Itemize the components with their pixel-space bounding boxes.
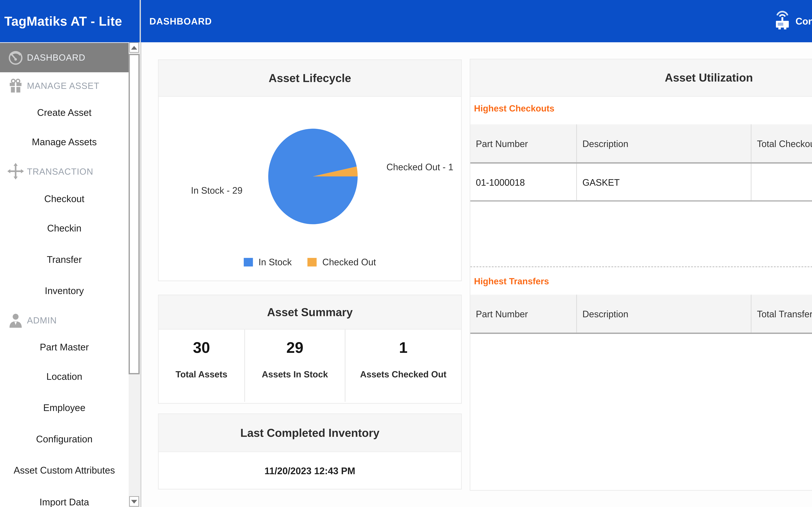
connect-label: Connect	[796, 16, 812, 26]
asset-lifecycle-pie-chart	[267, 127, 359, 225]
legend-item-checked-out[interactable]: Checked Out	[308, 257, 376, 267]
legend-label: Checked Out	[322, 257, 376, 267]
sidebar-item-label: Transfer	[47, 254, 82, 265]
stat-label: Assets Checked Out	[360, 370, 446, 379]
move-arrows-icon	[7, 163, 24, 180]
sidebar-item-location[interactable]: Location	[0, 361, 129, 392]
panel-title: Asset Lifecycle	[159, 60, 461, 97]
scrollbar-thumb[interactable]	[129, 54, 140, 374]
rfid-reader-icon	[774, 10, 791, 33]
last-completed-inventory-panel: Last Completed Inventory 11/20/2023 12:4…	[158, 413, 462, 490]
app-window: TagMatiks AT - Lite DASHBOARD Connect	[0, 0, 812, 507]
section-divider	[470, 267, 812, 267]
sidebar-item-asset-custom-attributes[interactable]: Asset Custom Attributes	[0, 455, 129, 486]
table-header-row: Part Number Description Total Checkout	[470, 124, 812, 164]
sidebar-item-transfer[interactable]: Transfer	[0, 244, 129, 275]
sidebar-item-transaction[interactable]: TRANSACTION	[0, 157, 129, 185]
sidebar-item-label: ADMIN	[27, 315, 57, 325]
sidebar-item-label: Asset Custom Attributes	[14, 465, 115, 476]
sidebar-item-label: Checkout	[44, 193, 84, 204]
summary-stats: 30 Total Assets 29 Assets In Stock 1 Ass…	[159, 330, 461, 402]
legend-label: In Stock	[258, 257, 292, 267]
topbar-divider	[140, 0, 141, 42]
highest-transfers-table: Part Number Description Total Transfer	[470, 295, 812, 334]
cell-total-checkout: 1	[751, 164, 812, 200]
sidebar-nav: DASHBOARD MANAGE ASSET Create Asset	[0, 42, 140, 507]
asset-utilization-panel: Asset Utilization Highest Checkouts Part…	[470, 59, 812, 491]
sidebar-item-label: Checkin	[47, 223, 81, 234]
column-header-description[interactable]: Description	[576, 295, 751, 333]
sidebar-item-employee[interactable]: Employee	[0, 392, 129, 423]
triangle-down-icon	[131, 500, 137, 503]
sidebar-item-label: Import Data	[40, 497, 89, 507]
person-icon	[7, 312, 24, 329]
scroll-down-button[interactable]	[129, 496, 139, 507]
highest-checkouts-table: Part Number Description Total Checkout 0…	[470, 124, 812, 202]
column-header-part-number[interactable]: Part Number	[470, 295, 576, 333]
column-header-description[interactable]: Description	[576, 124, 751, 162]
in-stock-swatch-icon	[244, 258, 253, 266]
sidebar-item-dashboard[interactable]: DASHBOARD	[0, 43, 129, 72]
stat-label: Assets In Stock	[262, 370, 328, 379]
stat-value: 1	[399, 339, 408, 356]
gift-icon	[7, 77, 24, 94]
panel-title: Last Completed Inventory	[159, 414, 461, 452]
sidebar-item-label: DASHBOARD	[27, 53, 85, 62]
sidebar-item-checkin[interactable]: Checkin	[0, 213, 129, 244]
sidebar-item-label: Manage Assets	[32, 136, 97, 147]
panel-title: Asset Summary	[159, 295, 461, 330]
table-row[interactable]: 01-1000018 GASKET 1	[470, 164, 812, 202]
last-inventory-timestamp: 11/20/2023 12:43 PM	[159, 452, 461, 490]
sidebar-scrollbar[interactable]	[129, 42, 140, 507]
table-header-row: Part Number Description Total Transfer	[470, 295, 812, 334]
breadcrumb-page-title: DASHBOARD	[149, 0, 212, 42]
sidebar-item-admin[interactable]: ADMIN	[0, 306, 129, 334]
sidebar-item-label: MANAGE ASSET	[27, 80, 100, 90]
legend-item-in-stock[interactable]: In Stock	[244, 257, 292, 267]
app-logo: TagMatiks AT - Lite	[4, 0, 122, 42]
stat-label: Total Assets	[176, 370, 227, 379]
gauge-icon	[7, 49, 24, 66]
sidebar-item-part-master[interactable]: Part Master	[0, 334, 129, 361]
sidebar-item-checkout[interactable]: Checkout	[0, 185, 129, 213]
column-header-total-checkout[interactable]: Total Checkout	[751, 124, 812, 162]
highest-transfers-heading: Highest Transfers	[474, 276, 549, 286]
connect-button[interactable]: Connect	[774, 0, 812, 42]
pie-label-in-stock: In Stock - 29	[171, 185, 243, 195]
sidebar-item-import-data[interactable]: Import Data	[0, 486, 129, 507]
sidebar-item-create-asset[interactable]: Create Asset	[0, 99, 129, 126]
stat-assets-in-stock: 29 Assets In Stock	[245, 330, 345, 402]
asset-summary-panel: Asset Summary 30 Total Assets 29 Assets …	[158, 295, 462, 404]
checked-out-swatch-icon	[308, 258, 317, 266]
pie-legend: In Stock Checked Out	[159, 257, 461, 267]
stat-assets-checked-out: 1 Assets Checked Out	[346, 330, 461, 402]
stat-value: 30	[193, 339, 210, 356]
column-header-part-number[interactable]: Part Number	[470, 124, 576, 162]
sidebar-item-configuration[interactable]: Configuration	[0, 424, 129, 455]
scroll-up-button[interactable]	[129, 42, 139, 53]
pie-slice-in-stock[interactable]	[268, 129, 358, 224]
triangle-up-icon	[131, 46, 137, 49]
asset-lifecycle-panel: Asset Lifecycle In Stock - 29 Checked Ou…	[158, 59, 462, 281]
sidebar-item-inventory[interactable]: Inventory	[0, 275, 129, 306]
sidebar-item-label: Inventory	[45, 285, 84, 296]
sidebar-item-label: Location	[46, 371, 82, 382]
sidebar-item-label: Employee	[43, 402, 85, 413]
sidebar-item-label: Part Master	[40, 342, 89, 353]
cell-description: GASKET	[576, 164, 751, 200]
sidebar-divider	[140, 42, 142, 507]
pie-label-checked-out: Checked Out - 1	[386, 162, 453, 172]
top-bar: TagMatiks AT - Lite DASHBOARD Connect	[0, 0, 812, 42]
sidebar-item-manage-assets[interactable]: Manage Assets	[0, 126, 129, 157]
sidebar-item-manage-asset[interactable]: MANAGE ASSET	[0, 72, 129, 99]
stat-value: 29	[286, 339, 303, 356]
sidebar-item-label: TRANSACTION	[27, 166, 93, 176]
sidebar-item-label: Configuration	[36, 434, 92, 444]
stat-total-assets: 30 Total Assets	[159, 330, 245, 402]
column-header-total-transfer[interactable]: Total Transfer	[751, 295, 812, 333]
sidebar-item-label: Create Asset	[37, 107, 91, 118]
cell-part-number: 01-1000018	[470, 164, 576, 200]
panel-title: Asset Utilization	[470, 59, 812, 97]
highest-checkouts-heading: Highest Checkouts	[474, 104, 554, 113]
